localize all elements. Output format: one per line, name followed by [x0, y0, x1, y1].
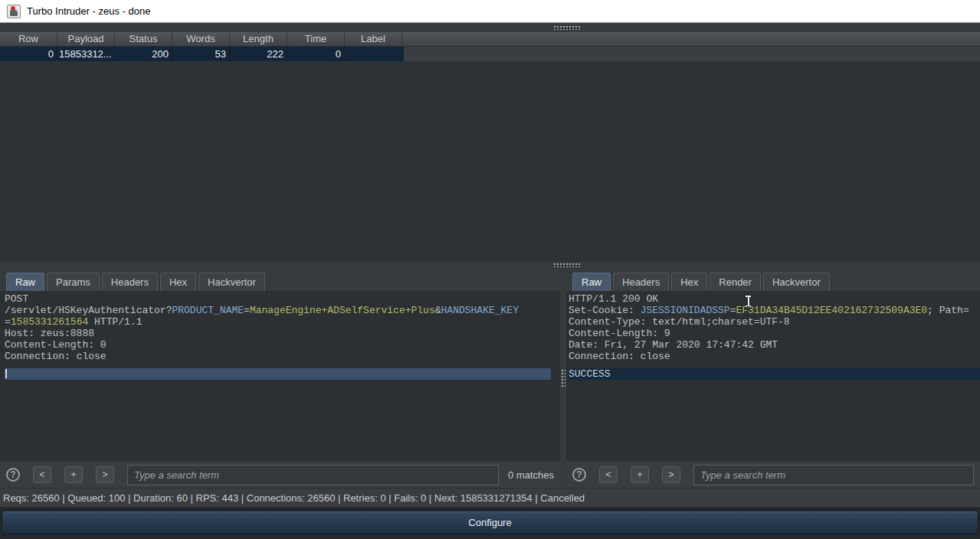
column-header-time[interactable]: Time [287, 32, 345, 46]
tab-hackvertor[interactable]: Hackvertor [763, 273, 830, 291]
message-editor-panels: Raw Params Headers Hex Hackvertor POST/s… [0, 268, 980, 488]
request-editor[interactable]: POST/servlet/HSKeyAuthenticator?PRODUCT_… [0, 291, 560, 461]
search-next-button[interactable]: > [96, 466, 114, 483]
cell-row[interactable]: 0 [0, 47, 57, 61]
help-icon[interactable]: ? [572, 468, 586, 482]
tab-params[interactable]: Params [47, 273, 100, 291]
search-next-button[interactable]: > [662, 466, 680, 483]
request-panel: Raw Params Headers Hex Hackvertor POST/s… [0, 268, 560, 488]
results-table-header: Row Payload Status Words Length Time Lab… [0, 32, 980, 47]
tab-raw[interactable]: Raw [6, 273, 44, 291]
selected-row-band[interactable]: 0 15853312... 200 53 222 0 [0, 47, 404, 61]
column-header-status[interactable]: Status [115, 32, 172, 46]
search-add-button[interactable]: + [64, 466, 83, 483]
top-splitter[interactable] [0, 23, 980, 32]
vertical-splitter[interactable] [560, 268, 566, 488]
help-icon[interactable]: ? [6, 468, 20, 482]
search-input[interactable] [127, 465, 499, 485]
response-panel: Raw Headers Hex Render Hackvertor HTTP/1… [566, 268, 980, 488]
column-header-length[interactable]: Length [230, 32, 287, 46]
search-add-button[interactable]: + [631, 466, 649, 483]
request-search-bar: ? < + > 0 matches [0, 461, 560, 488]
splitter-grip-icon[interactable] [553, 25, 581, 30]
column-header-label[interactable]: Label [345, 32, 402, 46]
cell-label[interactable] [345, 47, 402, 61]
cell-time[interactable]: 0 [287, 47, 345, 61]
cell-words[interactable]: 53 [172, 47, 230, 61]
bottom-bar: Configure [0, 508, 980, 539]
response-search-bar: ? < + > [566, 461, 980, 488]
tab-hex[interactable]: Hex [160, 273, 196, 291]
column-header-row[interactable]: Row [0, 32, 57, 46]
window-title-bar[interactable]: Turbo Intruder - zeus - done [0, 0, 980, 23]
request-tab-bar: Raw Params Headers Hex Hackvertor [0, 268, 560, 291]
tab-raw[interactable]: Raw [572, 273, 611, 291]
results-table-empty-area [0, 61, 980, 262]
status-text: Reqs: 26560 | Queued: 100 | Duration: 60… [3, 492, 585, 504]
tab-headers[interactable]: Headers [613, 273, 669, 291]
search-prev-button[interactable]: < [599, 466, 618, 483]
search-prev-button[interactable]: < [33, 466, 51, 483]
cell-status[interactable]: 200 [115, 47, 172, 61]
match-count-label: 0 matches [508, 469, 554, 481]
cell-length[interactable]: 222 [230, 47, 287, 61]
attack-status-bar: Reqs: 26560 | Queued: 100 | Duration: 60… [0, 488, 980, 508]
turbo-intruder-window: Turbo Intruder - zeus - done Row Payload… [0, 0, 980, 539]
tab-headers[interactable]: Headers [102, 273, 158, 291]
tab-hex[interactable]: Hex [671, 273, 707, 291]
table-row[interactable]: 0 15853312... 200 53 222 0 [0, 47, 980, 61]
window-title: Turbo Intruder - zeus - done [27, 5, 150, 17]
column-header-payload[interactable]: Payload [57, 32, 115, 46]
splitter-grip-icon[interactable] [553, 263, 581, 267]
search-input[interactable] [693, 465, 974, 485]
response-tab-bar: Raw Headers Hex Render Hackvertor [566, 268, 980, 291]
tab-render[interactable]: Render [710, 273, 761, 291]
configure-button[interactable]: Configure [2, 511, 978, 534]
burp-app-icon [7, 5, 21, 18]
horizontal-splitter[interactable] [0, 262, 980, 268]
response-editor[interactable]: HTTP/1.1 200 OKSet-Cookie: JSESSIONIDADS… [566, 291, 980, 461]
cell-payload[interactable]: 15853312... [57, 47, 115, 61]
tab-hackvertor[interactable]: Hackvertor [198, 273, 265, 291]
splitter-grip-icon[interactable] [561, 369, 565, 387]
column-header-words[interactable]: Words [172, 32, 230, 46]
